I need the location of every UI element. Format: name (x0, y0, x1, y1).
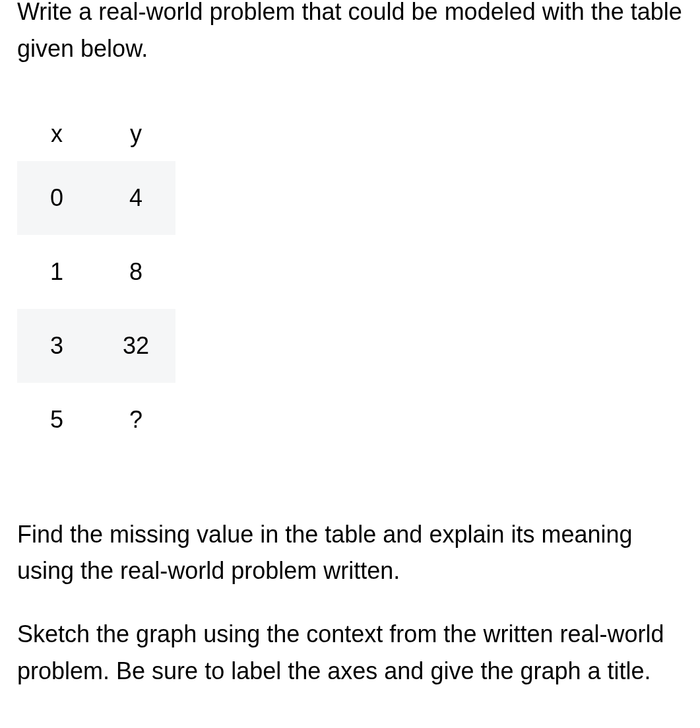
cell-x: 0 (17, 161, 96, 235)
table-row: 5 ? (17, 383, 175, 457)
cell-y: 4 (96, 161, 175, 235)
table-row: 0 4 (17, 161, 175, 235)
instruction-write-problem: Write a real-world problem that could be… (17, 0, 683, 67)
table-row: 1 8 (17, 235, 175, 309)
header-x: x (17, 107, 96, 161)
cell-y: 8 (96, 235, 175, 309)
instruction-find-missing: Find the missing value in the table and … (17, 516, 683, 590)
cell-y: ? (96, 383, 175, 457)
page-container: Write a real-world problem that could be… (0, 0, 700, 690)
instruction-sketch-graph: Sketch the graph using the context from … (17, 616, 683, 690)
header-y: y (96, 107, 175, 161)
cell-x: 5 (17, 383, 96, 457)
table-header-row: x y (17, 107, 175, 161)
cell-x: 1 (17, 235, 96, 309)
cell-x: 3 (17, 309, 96, 383)
data-table: x y 0 4 1 8 3 32 5 ? (17, 107, 175, 457)
table-row: 3 32 (17, 309, 175, 383)
cell-y: 32 (96, 309, 175, 383)
